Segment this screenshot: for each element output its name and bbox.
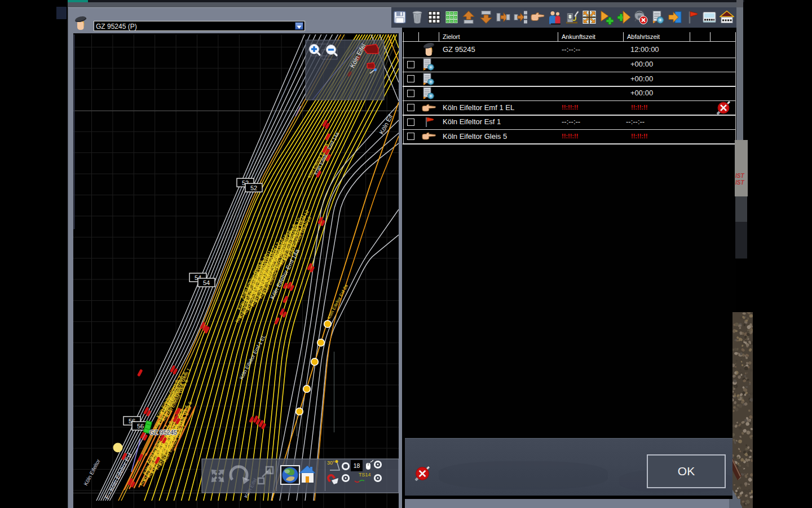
- svg-text:52: 52: [250, 185, 257, 191]
- svg-text:30°: 30°: [327, 460, 335, 466]
- svg-text:18: 18: [354, 462, 360, 469]
- svg-text:54: 54: [203, 279, 210, 286]
- svg-text:TS14: TS14: [359, 472, 371, 478]
- svg-text:56: 56: [137, 423, 144, 430]
- svg-text:GZ 95245: GZ 95245: [149, 429, 177, 436]
